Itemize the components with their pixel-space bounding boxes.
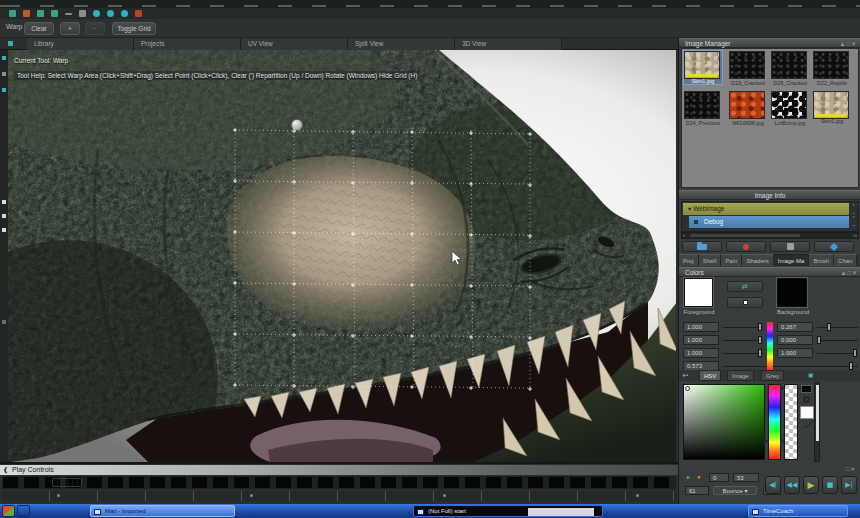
palette-tab-proj[interactable]: Proj [679,254,699,266]
taskbar-window-timecoach[interactable]: TimeCoach [748,505,848,517]
palette-tab-brush[interactable]: Brush [809,254,834,266]
thumbnail-item[interactable]: IMG0698.jpg [729,91,767,126]
mode-tab-image[interactable]: Image [727,370,754,381]
info-vertical-scrollbar[interactable]: ⌃⌄⌃⌄ [850,203,857,227]
apply-button[interactable] [814,241,854,252]
palette-tab-shaders[interactable]: Shaders [742,254,773,266]
menu-bar[interactable] [0,0,860,8]
thumbnail-image[interactable] [684,91,720,119]
value-slider[interactable] [817,353,858,354]
timeline-ruler[interactable] [2,491,676,501]
open-image-button[interactable] [682,241,722,252]
saturation-slider[interactable] [817,340,858,341]
duplicate-button[interactable] [770,241,810,252]
slider-handle[interactable] [758,336,762,344]
palette-window-controls-icon[interactable]: □✕ [846,466,856,472]
alpha-marker-left-icon[interactable] [780,385,785,391]
open-icon[interactable] [23,10,30,17]
info-row-debug[interactable]: Debug [689,216,849,228]
layer-icon[interactable] [2,228,6,232]
tab-uv-view[interactable]: UV View [241,38,348,50]
palette-tab-shelf[interactable]: Shelf [699,254,722,266]
thumbnail-image[interactable] [729,91,765,119]
slider-handle[interactable] [853,349,857,357]
current-frame-field[interactable]: 61 [685,486,709,495]
sphere1-icon[interactable] [93,10,100,17]
mode-tab-hsv[interactable]: HSV [699,370,721,381]
key-icon[interactable]: ● [697,474,701,480]
palette-tab-paint[interactable]: Pain [721,254,742,266]
eyedropper-icon[interactable] [804,420,814,428]
saturation-value-field[interactable]: 0.000 [777,335,813,345]
quick-launch-icon[interactable] [17,505,30,517]
slider-handle[interactable] [827,323,831,331]
marker-icon[interactable] [2,88,6,92]
slider-handle[interactable] [758,349,762,357]
marker-icon[interactable] [2,320,6,324]
start-frame-field[interactable]: 0 [709,473,729,482]
picker-vertical-scrollbar[interactable] [814,382,820,462]
trex-model-canvas[interactable] [8,50,676,462]
start-button-icon[interactable] [2,505,15,517]
alert-icon[interactable] [135,10,142,17]
stop-button[interactable]: ■ [822,476,838,494]
thumbnail-image[interactable] [729,51,765,79]
copy-icon[interactable] [51,10,58,17]
picker-right-icon[interactable]: ▣ [808,372,814,379]
info-horizontal-scrollbar[interactable]: ‹ ›› [681,232,859,239]
tab-projects[interactable]: Projects [134,38,241,50]
alpha-slider[interactable] [723,366,858,367]
green-slider[interactable] [723,340,763,341]
taskbar-window-mari[interactable]: Mari - Imported [90,505,235,517]
thumbnail-item[interactable]: D22_Reptile [813,51,851,86]
loop-icon[interactable]: ▸ [687,474,690,480]
play-controls-header[interactable]: ❰ Play Controls [0,465,678,475]
picker-current-color-swatch[interactable] [800,406,814,419]
taskbar-window-2[interactable]: (Not Full) start [413,505,603,517]
add-button[interactable]: + [60,22,80,35]
mode-tab-grey[interactable]: Grey [761,370,784,381]
sphere2-icon[interactable] [107,10,114,17]
remove-button[interactable]: − [85,22,105,35]
thumbnail-image[interactable] [813,51,849,79]
reset-colors-button[interactable] [727,297,763,308]
hue-marker-left-icon[interactable] [764,438,769,444]
alpha-strip[interactable] [784,384,798,460]
blue-value-field[interactable]: 1.000 [683,348,719,358]
new-icon[interactable] [9,10,16,17]
settings-icon[interactable] [79,10,86,17]
hue-strip[interactable] [768,384,781,460]
sphere3-icon[interactable] [121,10,128,17]
clear-button[interactable]: Clear [24,22,54,35]
palette-tab-image-manager[interactable]: Image Ma [774,254,810,266]
blue-slider[interactable] [723,353,763,354]
hue-value-field[interactable]: 0.267 [777,322,813,332]
layer-icon[interactable] [2,200,6,204]
thumbnail-item[interactable]: Skin1.jpg [684,51,722,84]
colors-header[interactable]: Colors ▲□✕ [679,267,860,277]
value-value-field[interactable]: 1.000 [777,348,813,358]
record-button[interactable] [726,241,766,252]
red-slider[interactable] [723,327,763,328]
hue-slider[interactable] [817,327,858,328]
save-icon[interactable] [37,10,44,17]
slider-handle[interactable] [758,323,762,331]
info-row-webimage[interactable]: ▾ WebImage [683,203,849,215]
layer-icon[interactable] [2,214,6,218]
scroll-left-icon[interactable]: ‹ [683,233,685,238]
timeline-scrubber[interactable] [52,478,82,487]
next-frame-button[interactable]: ▶| [841,476,857,494]
picker-left-icon[interactable]: ▸▪ [683,372,688,379]
thumbnail-item[interactable]: D19_Cracked [729,51,767,86]
marker-icon[interactable] [2,56,6,60]
playback-mode-dropdown[interactable]: Bounce ▾ [713,486,757,495]
red-value-field[interactable]: 1.000 [683,322,719,332]
saturation-value-square[interactable] [683,384,765,460]
prev-frame-button[interactable]: ◀| [765,476,781,494]
thumbnail-image[interactable] [771,51,807,79]
background-swatch[interactable] [777,278,807,307]
swap-colors-button[interactable]: ⇄ [727,281,763,292]
picker-circle-icon[interactable] [803,396,810,403]
thumbnail-item[interactable]: D28_Cracked [771,51,809,86]
timeline-track[interactable] [2,476,676,489]
